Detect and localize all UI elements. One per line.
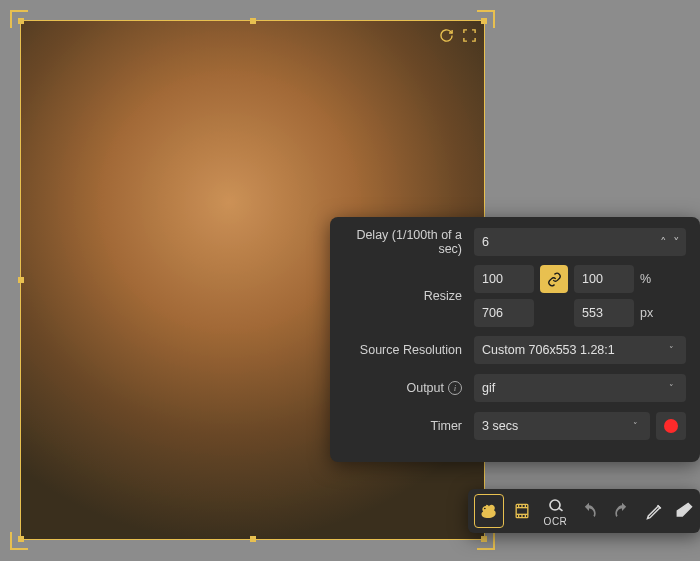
timer-label: Timer — [330, 419, 474, 433]
output-format-select[interactable]: gif ˅ — [474, 374, 686, 402]
corner-frame-tl — [10, 10, 28, 28]
resize-label: Resize — [330, 289, 474, 303]
redo-button[interactable] — [607, 494, 636, 528]
fullscreen-icon[interactable] — [462, 28, 477, 46]
film-tool-button[interactable] — [508, 494, 537, 528]
eraser-tool-button[interactable] — [674, 494, 694, 528]
delay-input[interactable]: 6 ˄ ˅ — [474, 228, 686, 256]
svg-point-10 — [550, 500, 560, 510]
settings-panel: Delay (1/100th of a sec) 6 ˄ ˅ Resize % — [330, 217, 700, 462]
delay-label: Delay (1/100th of a sec) — [330, 228, 474, 256]
undo-button[interactable] — [574, 494, 603, 528]
ocr-tool-button[interactable]: OCR — [541, 494, 570, 528]
chevron-down-icon[interactable]: ˅ — [673, 235, 680, 250]
unit-px: px — [640, 306, 668, 320]
resize-handle-tm[interactable] — [250, 18, 256, 24]
output-label: Output — [406, 381, 444, 395]
source-resolution-value: Custom 706x553 1.28:1 — [482, 343, 665, 357]
resize-height-pct-input[interactable] — [574, 265, 634, 293]
source-resolution-label: Source Resolution — [330, 343, 474, 357]
resize-handle-ml[interactable] — [18, 277, 24, 283]
record-button[interactable] — [656, 412, 686, 440]
unit-percent: % — [640, 272, 668, 286]
chevron-down-icon: ˅ — [665, 381, 678, 395]
ocr-label: OCR — [544, 516, 568, 527]
toolbar: OCR — [468, 489, 700, 533]
corner-frame-tr — [477, 10, 495, 28]
chevron-up-icon[interactable]: ˄ — [660, 235, 667, 250]
corner-frame-br — [477, 532, 495, 550]
svg-point-0 — [484, 508, 486, 510]
pen-tool-button[interactable] — [641, 494, 670, 528]
source-resolution-select[interactable]: Custom 706x553 1.28:1 ˅ — [474, 336, 686, 364]
link-dimensions-button[interactable] — [540, 265, 568, 293]
corner-frame-bl — [10, 532, 28, 550]
timer-value: 3 secs — [482, 419, 629, 433]
chevron-down-icon: ˅ — [665, 343, 678, 357]
resize-handle-bm[interactable] — [250, 536, 256, 542]
duck-tool-button[interactable] — [474, 494, 504, 528]
rotate-icon[interactable] — [439, 28, 454, 46]
timer-select[interactable]: 3 secs ˅ — [474, 412, 650, 440]
svg-line-11 — [560, 508, 563, 511]
resize-width-px-input[interactable] — [474, 299, 534, 327]
resize-width-pct-input[interactable] — [474, 265, 534, 293]
info-icon[interactable]: i — [448, 381, 462, 395]
delay-value: 6 — [482, 235, 660, 249]
chevron-down-icon: ˅ — [629, 419, 642, 433]
record-icon — [664, 419, 678, 433]
output-value: gif — [482, 381, 665, 395]
resize-height-px-input[interactable] — [574, 299, 634, 327]
